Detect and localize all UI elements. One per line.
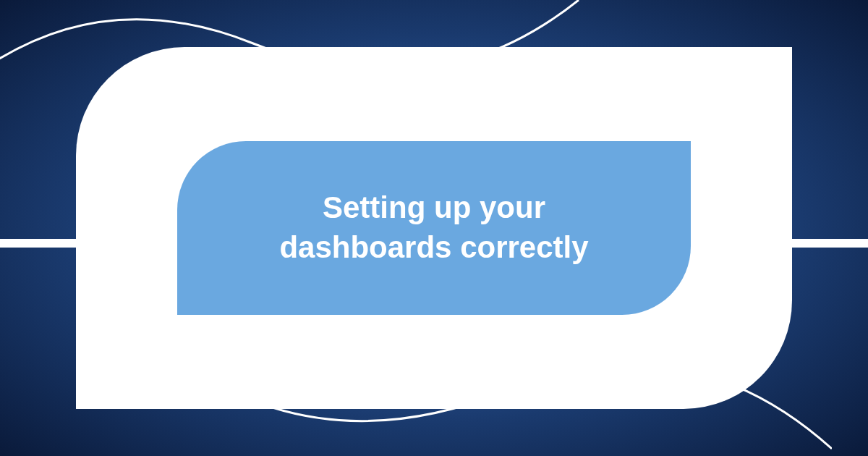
page-title: Setting up yourdashboards correctly [250, 188, 617, 267]
decorative-line-right [792, 239, 868, 248]
inner-title-panel: Setting up yourdashboards correctly [177, 141, 691, 315]
decorative-line-left [0, 239, 76, 248]
